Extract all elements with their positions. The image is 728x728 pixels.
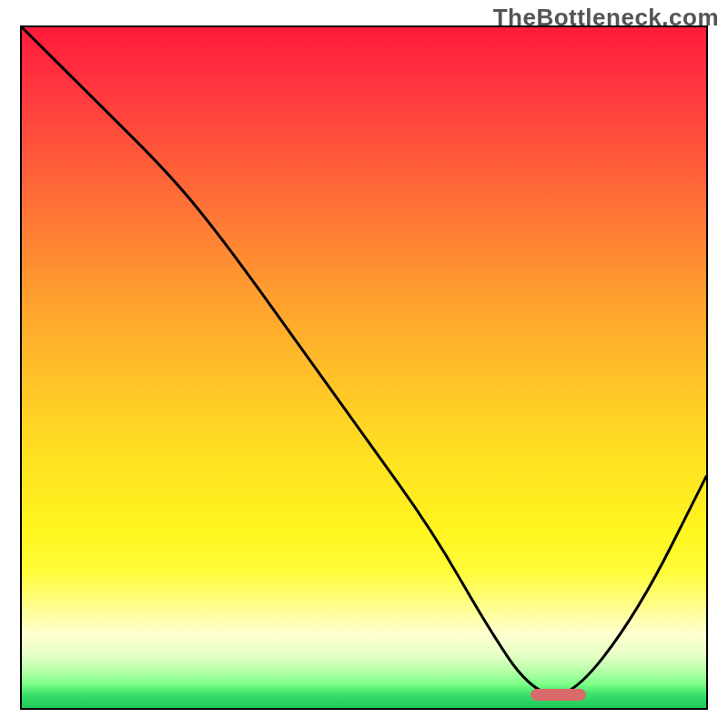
bottleneck-curve-path — [22, 27, 706, 695]
optimal-range-marker — [531, 689, 585, 701]
watermark-text: TheBottleneck.com — [493, 4, 719, 32]
bottleneck-chart — [20, 25, 708, 710]
bottleneck-curve-svg — [22, 27, 706, 708]
chart-frame: TheBottleneck.com — [0, 0, 728, 728]
